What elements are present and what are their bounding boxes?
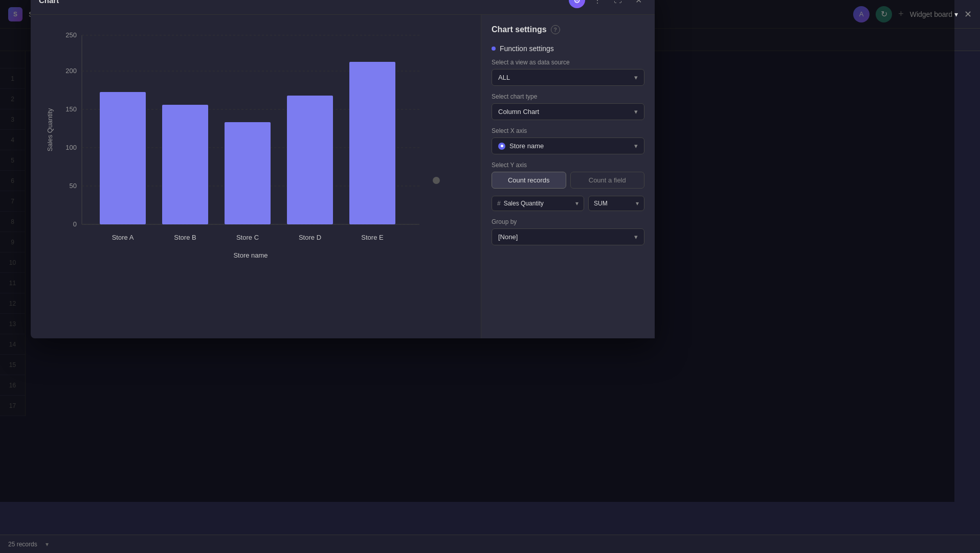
modal-header-actions: ⚙ ⋮ ⛶ ✕: [569, 0, 647, 8]
chevron-down-icon: ▾: [634, 108, 638, 116]
count-records-button[interactable]: Count records: [492, 172, 566, 189]
bar-chart: 0 50 100 150 200 250 Sales Quantity: [41, 25, 440, 270]
data-source-label: Select a view as data source: [492, 59, 644, 66]
status-bar: 25 records ▾: [0, 535, 980, 553]
svg-text:Store name: Store name: [233, 251, 268, 259]
chart-settings-icon-button[interactable]: ⚙: [569, 0, 585, 8]
x-axis-radio-wrapper: Store name: [498, 142, 544, 150]
y-axis-label: Select Y axis: [492, 162, 644, 169]
field-row: # Sales Quantity ▾ SUM ▾: [492, 196, 644, 211]
group-by-label: Group by: [492, 218, 644, 225]
data-source-value: ALL: [498, 74, 510, 81]
settings-title: Chart settings ?: [492, 25, 644, 34]
modal-overlay[interactable]: Chart ⚙ ⋮ ⛶ ✕: [0, 0, 954, 502]
chevron-down-icon: ▾: [954, 10, 958, 18]
chevron-down-icon: ▾: [634, 74, 638, 81]
svg-text:50: 50: [70, 182, 77, 190]
svg-text:Sales Quantity: Sales Quantity: [46, 108, 54, 151]
y-axis-buttons: Count records Count a field: [492, 172, 644, 189]
group-by-select[interactable]: [None] ▾: [492, 228, 644, 245]
aggregation-select[interactable]: SUM ▾: [588, 196, 644, 211]
count-a-field-button[interactable]: Count a field: [570, 172, 645, 189]
aggregation-value: SUM: [594, 200, 608, 207]
chevron-down-icon: ▾: [634, 233, 638, 241]
svg-text:Store D: Store D: [299, 234, 321, 241]
x-axis-label: Select X axis: [492, 127, 644, 134]
help-icon[interactable]: ?: [551, 25, 560, 34]
bar-store-b: [162, 105, 208, 224]
modal-body: 0 50 100 150 200 250 Sales Quantity: [31, 15, 655, 338]
data-source-select[interactable]: ALL ▾: [492, 69, 644, 86]
settings-panel: Chart settings ? Function settings Selec…: [481, 15, 655, 338]
group-by-value: [None]: [498, 233, 518, 241]
more-options-button[interactable]: ⋮: [589, 0, 606, 8]
svg-text:150: 150: [65, 105, 77, 113]
chevron-down-icon: ▾: [634, 142, 638, 150]
bar-store-a: [100, 92, 146, 224]
section-label-function: Function settings: [500, 44, 554, 53]
x-axis-radio-inner: [501, 145, 503, 147]
x-axis-value: Store name: [509, 142, 544, 150]
close-modal-button[interactable]: ✕: [630, 0, 647, 8]
svg-text:Store E: Store E: [361, 234, 384, 241]
expand-button[interactable]: ⛶: [610, 0, 626, 8]
svg-text:0: 0: [73, 220, 77, 228]
svg-text:100: 100: [65, 144, 77, 151]
section-dot: [492, 47, 496, 51]
chart-dot-indicator: [433, 177, 440, 184]
svg-text:Store B: Store B: [174, 234, 196, 241]
section-header-function: Function settings: [492, 44, 644, 53]
bar-store-e: [349, 62, 395, 224]
svg-text:Store C: Store C: [236, 234, 259, 241]
bar-store-d: [287, 96, 333, 224]
svg-text:Store A: Store A: [112, 234, 134, 241]
modal-header: Chart ⚙ ⋮ ⛶ ✕: [31, 0, 655, 15]
chart-type-label: Select chart type: [492, 93, 644, 100]
records-count[interactable]: 25 records: [8, 541, 37, 548]
chart-container: 0 50 100 150 200 250 Sales Quantity: [41, 25, 471, 328]
records-chevron-icon[interactable]: ▾: [46, 541, 49, 548]
svg-text:250: 250: [65, 31, 77, 39]
field-tag[interactable]: # Sales Quantity ▾: [492, 196, 584, 211]
bar-store-c: [225, 122, 271, 224]
chevron-down-icon: ▾: [636, 200, 639, 207]
chart-type-value: Column Chart: [498, 108, 539, 116]
field-hash-icon: #: [497, 200, 501, 207]
chart-modal: Chart ⚙ ⋮ ⛶ ✕: [31, 0, 655, 338]
field-chevron-icon: ▾: [575, 200, 578, 207]
modal-title: Chart: [39, 0, 59, 5]
chart-area: 0 50 100 150 200 250 Sales Quantity: [31, 15, 481, 338]
close-top-button[interactable]: ✕: [964, 9, 972, 20]
chart-type-select[interactable]: Column Chart ▾: [492, 103, 644, 120]
x-axis-select[interactable]: Store name ▾: [492, 137, 644, 154]
function-settings-section: Function settings Select a view as data …: [492, 44, 644, 245]
x-axis-radio: [498, 143, 505, 150]
field-name: Sales Quantity: [504, 200, 544, 207]
svg-text:200: 200: [65, 67, 77, 75]
